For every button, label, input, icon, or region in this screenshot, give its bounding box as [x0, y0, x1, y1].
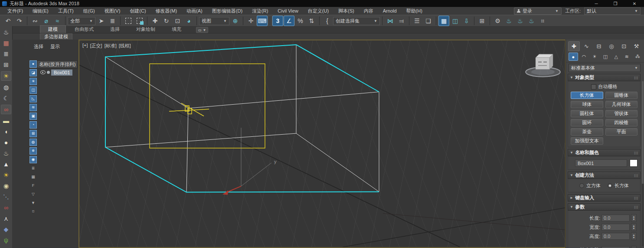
category-systems-icon[interactable]: ⁂ [633, 53, 642, 61]
category-geometry-icon[interactable]: ● [569, 53, 578, 61]
plank-icon[interactable]: ▬ [1, 116, 11, 125]
molecule-icon[interactable]: ∞ [1, 203, 11, 212]
torus-button[interactable]: 圆环 [571, 119, 603, 126]
filter-shapes-icon[interactable]: ◪ [29, 69, 37, 76]
object-name[interactable]: Box001 [51, 69, 72, 76]
menu-animation[interactable]: 动画(A) [182, 8, 207, 14]
ribbon-panel-polygon-modeling[interactable]: 多边形建模 [40, 33, 72, 40]
menu-modifiers[interactable]: 修改器(M) [151, 8, 182, 14]
filter-spacewarps-icon[interactable]: ≋ [29, 104, 37, 111]
select-and-manipulate-icon[interactable]: ✛ [245, 16, 256, 26]
length-spinner[interactable]: ▲▼ [631, 214, 637, 222]
rollout-keyboard-entry-header[interactable]: ► 键盘输入 ||| [568, 194, 641, 202]
moon-icon[interactable]: ☾ [1, 94, 11, 103]
explorer-grid-view-icon[interactable]: ▦ [29, 173, 37, 181]
angle-snap-toggle-icon[interactable]: ∠ [284, 16, 294, 26]
login-dropdown[interactable]: 登录 ▼ [514, 7, 562, 15]
ribbon-tab-populate[interactable]: 填充 [164, 26, 189, 33]
plane-button[interactable]: 平面 [605, 128, 638, 136]
sphere-icon[interactable]: ● [1, 138, 11, 147]
menu-create[interactable]: 创建(C) [125, 8, 150, 14]
rectangular-selection-region-icon[interactable] [123, 16, 134, 26]
menu-graph-editors[interactable]: 图形编辑器(D) [207, 8, 247, 14]
category-shapes-icon[interactable]: ◠ [579, 53, 589, 61]
select-by-name-icon[interactable]: ≣ [107, 16, 118, 26]
select-and-link-icon[interactable]: ∾ [29, 16, 40, 26]
bones-icon[interactable]: ⋏ [1, 214, 11, 223]
grid-2x2-layout-icon[interactable]: ⌗ [537, 16, 548, 26]
ribbon-display-toggle[interactable]: ▭▼ [196, 27, 208, 33]
grass-icon[interactable]: ψ [1, 236, 11, 245]
use-pivot-point-center-icon[interactable]: ⊕ [230, 16, 241, 26]
rollout-name-color-header[interactable]: ▼ 名称和颜色 ||| [568, 149, 641, 156]
snap-toggle-3d-icon[interactable]: 3 [272, 16, 283, 26]
material-editor-icon[interactable]: ⇩ [461, 16, 472, 26]
viewport[interactable]: [+] [正交] [标准] [线框] [78, 40, 566, 248]
edit-named-selection-sets-icon[interactable]: { [322, 16, 333, 26]
viewport-shading-menu-2[interactable]: [线框] [119, 43, 131, 49]
cylinder-button[interactable]: 圆柱体 [571, 110, 603, 117]
geosphere-button[interactable]: 几何球体 [605, 101, 638, 108]
menu-rendering[interactable]: 渲染(R) [247, 8, 273, 14]
ribbon-tab-selection[interactable]: 选择 [102, 26, 127, 33]
ribbon-tab-modeling[interactable]: 建模 [40, 25, 66, 33]
select-object-icon[interactable]: ➤ [96, 16, 107, 26]
teapot-button[interactable]: 茶壶 [571, 128, 603, 136]
name-column-header[interactable]: 名称(按升序排列) [37, 60, 78, 68]
height-spinner[interactable]: ▲▼ [631, 232, 637, 240]
named-selection-sets-dropdown[interactable]: 创建选择集 ▼ [333, 17, 380, 25]
close-button[interactable]: ✕ [625, 0, 644, 7]
width-field[interactable]: 0.0 [602, 224, 630, 231]
explorer-list-view-icon[interactable]: ≣ [29, 165, 37, 172]
stereo-camera-icon[interactable]: ∞ [1, 105, 11, 114]
render-production-icon[interactable]: ♨ [503, 16, 514, 26]
viewport-general-menu[interactable]: [+] [82, 43, 88, 49]
tab-motion[interactable]: ◎ [605, 41, 617, 51]
maximize-button[interactable]: ❐ [606, 0, 625, 7]
activeshade-icon[interactable]: ♨ [526, 16, 537, 26]
autogrid-checkbox[interactable] [591, 84, 596, 89]
menu-content[interactable]: 内容 [359, 8, 378, 14]
menu-edit[interactable]: 编辑(E) [28, 8, 53, 14]
length-field[interactable]: 0.0 [602, 215, 630, 222]
tube-button[interactable]: 管状体 [605, 110, 638, 117]
sun-icon[interactable]: ☀ [1, 171, 11, 179]
schematic-view-icon[interactable]: ◫ [450, 16, 461, 26]
rollout-parameters-header[interactable]: ▼ 参数 ||| [568, 203, 641, 211]
camera-audio-icon[interactable]: ◍ [1, 83, 11, 92]
percent-snap-toggle-icon[interactable]: % [295, 16, 306, 26]
select-and-move-icon[interactable]: ✚ [150, 16, 160, 26]
category-lights-icon[interactable]: ☀ [590, 53, 599, 61]
filter-containers-icon[interactable]: ⊞ [29, 130, 37, 137]
sphere-button[interactable]: 球体 [571, 101, 603, 108]
align-icon[interactable]: ⫤ [396, 16, 407, 26]
list-item[interactable]: Box001 [37, 69, 78, 76]
rain-icon[interactable]: ⋱ [1, 192, 11, 201]
rendered-frame-window-icon[interactable]: ⚙ [492, 16, 503, 26]
undo-icon[interactable]: ↶ [3, 16, 13, 26]
minimize-button[interactable]: ─ [587, 0, 606, 7]
length-segs-field[interactable]: 1 [602, 246, 630, 248]
filter-materials-icon[interactable]: ◍ [29, 139, 37, 146]
notes-icon[interactable]: ≣ [1, 50, 11, 58]
filter-helpers-icon[interactable]: ◺ [29, 95, 37, 103]
disc-icon[interactable]: ◉ [1, 182, 11, 190]
visibility-eye-icon[interactable] [40, 70, 46, 74]
toggle-scene-explorer-icon[interactable]: ☰ [412, 16, 422, 26]
menu-civil-view[interactable]: Civil View [273, 8, 303, 13]
rollout-object-type-header[interactable]: ▼ 对象类型 ||| [568, 74, 641, 81]
filter-active-icon[interactable]: ▼ [29, 199, 37, 207]
dome-icon[interactable]: ◖ [1, 127, 11, 136]
filter-bones-icon[interactable]: ◔ [29, 121, 37, 129]
tab-hierarchy[interactable]: ⊟ [593, 41, 605, 51]
container-icon[interactable]: ⌑ [29, 208, 37, 215]
box-button[interactable]: 长方体 [571, 92, 603, 99]
menu-file[interactable]: 文件(F) [3, 8, 28, 14]
textplus-button[interactable]: 加强型文本 [571, 137, 603, 145]
tab-create[interactable]: ✚ [568, 41, 580, 51]
select-and-scale-icon[interactable]: ⊡ [172, 16, 183, 26]
lamp-icon[interactable]: ☀ [1, 71, 11, 81]
schedule-icon[interactable]: ⊞ [1, 60, 11, 69]
cone-button[interactable]: 圆锥体 [605, 92, 638, 99]
tab-modify[interactable]: ∿ [581, 41, 592, 51]
